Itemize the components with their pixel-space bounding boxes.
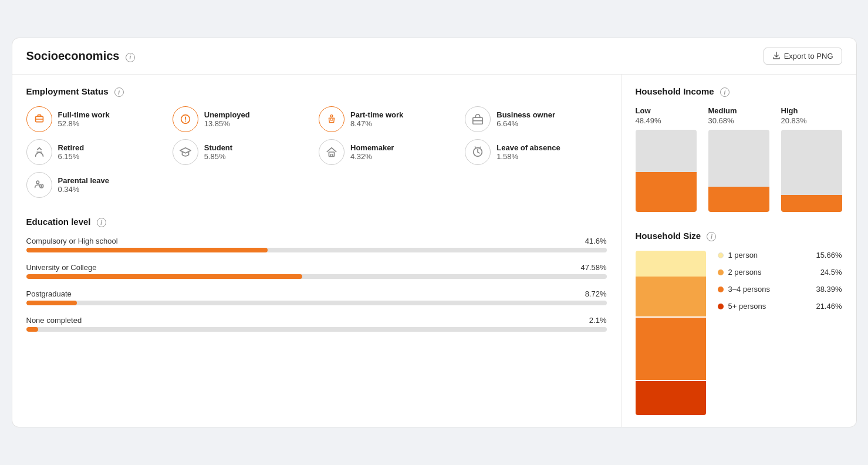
education-section: Education level i Compulsory or High sch… xyxy=(26,217,607,332)
hs-dot-2 xyxy=(718,269,724,275)
edu-item-none: None completed 2.1% xyxy=(26,316,607,332)
emp-item-retired: Retired 6.15% xyxy=(26,139,168,165)
svg-rect-7 xyxy=(330,154,333,157)
header-left: Socioeconomics i xyxy=(26,49,135,63)
edu-bar-highschool xyxy=(26,248,607,252)
employment-status-section: Employment Status i xyxy=(26,86,607,198)
education-info-icon[interactable]: i xyxy=(97,218,106,227)
student-icon xyxy=(173,139,198,165)
parttime-icon xyxy=(319,106,345,132)
export-button[interactable]: Export to PNG xyxy=(764,48,842,65)
income-col-low: Low 48.49% xyxy=(636,106,697,212)
household-size-layout: 1 person 15.66% 2 persons 24.5% 3–4 pers… xyxy=(636,251,842,415)
hs-legend-5plus: 5+ persons 21.46% xyxy=(718,302,842,311)
emp-item-parental: Parental leave 0.34% xyxy=(26,172,168,198)
edu-bar-university xyxy=(26,274,607,279)
employment-grid: Full-time work 52.8% xyxy=(26,106,607,198)
household-size-section: Household Size i 1 person xyxy=(636,231,842,415)
hs-legend-2persons: 2 persons 24.5% xyxy=(718,268,842,277)
income-bar-high xyxy=(781,130,842,212)
page-title: Socioeconomics xyxy=(26,49,120,62)
emp-item-student: Student 5.85% xyxy=(173,139,314,165)
hs-seg-1 xyxy=(636,251,706,277)
edu-bar-postgrad xyxy=(26,301,607,305)
export-icon xyxy=(772,52,781,60)
leave-icon xyxy=(465,139,491,165)
income-col-high: High 20.83% xyxy=(781,106,842,212)
size-info-icon[interactable]: i xyxy=(707,232,716,241)
left-panel: Employment Status i xyxy=(12,75,622,427)
income-bar-low xyxy=(636,130,697,212)
card-body: Employment Status i xyxy=(12,75,856,427)
hs-seg-3 xyxy=(636,316,706,379)
emp-item-business: Business owner 6.64% xyxy=(465,106,606,132)
emp-item-homemaker: Homemaker 4.32% xyxy=(319,139,460,165)
household-size-legend: 1 person 15.66% 2 persons 24.5% 3–4 pers… xyxy=(718,251,842,319)
socioeconomics-card: Socioeconomics i Export to PNG Employmen… xyxy=(12,38,857,427)
household-income-section: Household Income i Low 48.49% Medium 30.… xyxy=(636,86,842,212)
household-size-title: Household Size i xyxy=(636,231,842,241)
hs-dot-3 xyxy=(718,287,724,292)
edu-item-university: University or College 47.58% xyxy=(26,263,607,279)
emp-item-leave: Leave of absence 1.58% xyxy=(465,139,606,165)
card-header: Socioeconomics i Export to PNG xyxy=(12,38,856,75)
emp-item-fulltime: Full-time work 52.8% xyxy=(26,106,168,132)
title-info-icon[interactable]: i xyxy=(126,53,135,62)
household-income-title: Household Income i xyxy=(636,86,842,97)
employment-section-title: Employment Status i xyxy=(26,86,607,97)
income-bar-medium xyxy=(708,130,769,212)
household-size-bar xyxy=(636,251,706,415)
edu-item-postgrad: Postgraduate 8.72% xyxy=(26,289,607,305)
right-panel: Household Income i Low 48.49% Medium 30.… xyxy=(622,75,856,427)
emp-item-parttime: Part-time work 8.47% xyxy=(319,106,460,132)
education-section-title: Education level i xyxy=(26,217,607,227)
edu-item-highschool: Compulsory or High school 41.6% xyxy=(26,237,607,252)
edu-bar-none xyxy=(26,327,607,332)
income-info-icon[interactable]: i xyxy=(720,87,729,97)
hs-seg-2 xyxy=(636,277,706,317)
hs-legend-34persons: 3–4 persons 38.39% xyxy=(718,285,842,294)
svg-point-8 xyxy=(36,181,39,184)
employment-info-icon[interactable]: i xyxy=(114,87,124,97)
hs-legend-1person: 1 person 15.66% xyxy=(718,251,842,260)
hs-dot-4 xyxy=(718,304,724,309)
homemaker-icon xyxy=(319,139,345,165)
fulltime-icon xyxy=(26,106,52,132)
income-columns: Low 48.49% Medium 30.68% H xyxy=(636,106,842,212)
emp-item-unemployed: Unemployed 13.85% xyxy=(173,106,314,132)
parental-icon xyxy=(26,172,52,198)
business-icon xyxy=(465,106,491,132)
unemployed-icon xyxy=(173,106,198,132)
hs-seg-4 xyxy=(636,380,706,415)
retired-icon xyxy=(26,139,52,165)
svg-point-3 xyxy=(185,120,186,122)
hs-dot-1 xyxy=(718,252,724,258)
income-col-medium: Medium 30.68% xyxy=(708,106,769,212)
